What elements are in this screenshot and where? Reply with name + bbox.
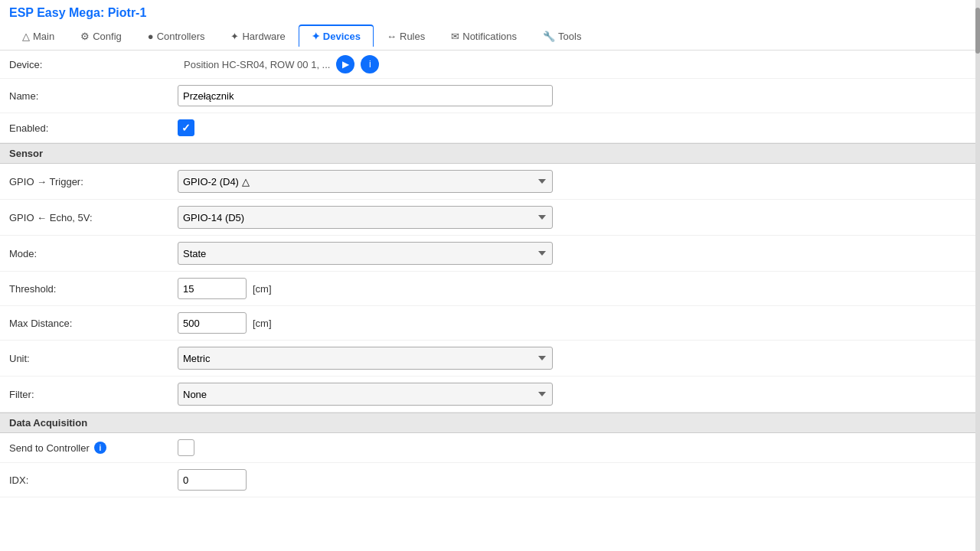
threshold-unit: [cm] [253,283,272,295]
max-distance-label: Max Distance: [9,318,178,329]
device-row: Device: Position HC-SR04, ROW 00 1, ... … [0,51,980,79]
device-label: Device: [9,59,178,70]
mode-row: Mode: State Distance Median [0,236,980,272]
tab-main[interactable]: △ Main [9,25,67,47]
hardware-icon: ✦ [230,31,239,42]
navigation-tabs: △ Main ⚙ Config ● Controllers ✦ Hardware… [9,24,971,47]
gpio-echo-label: GPIO ← Echo, 5V: [9,212,178,223]
tab-controllers[interactable]: ● Controllers [135,25,218,47]
device-partial-text: Position HC-SR04, ROW 00 1, ... [184,59,330,70]
tab-tools[interactable]: 🔧 Tools [530,25,594,47]
main-icon: △ [22,31,30,42]
enabled-label: Enabled: [9,122,178,134]
notifications-icon: ✉ [451,31,459,42]
gpio-echo-row: GPIO ← Echo, 5V: GPIO-14 (D5) GPIO-2 (D4… [0,200,980,236]
threshold-row: Threshold: [cm] [0,272,980,306]
send-controller-row: Send to Controller i [0,433,980,463]
enabled-row: Enabled: [0,113,980,143]
gpio-trigger-select[interactable]: GPIO-2 (D4) △ GPIO-14 (D5) GPIO-0 [178,170,553,193]
unit-label: Unit: [9,353,178,364]
tab-hardware[interactable]: ✦ Hardware [217,25,298,47]
device-button-1[interactable]: ▶ [336,55,354,73]
unit-row: Unit: Metric Imperial [0,341,980,377]
send-controller-label: Send to Controller i [9,442,178,454]
name-row: Name: [0,79,980,113]
idx-row: IDX: [0,463,980,497]
max-distance-unit: [cm] [253,318,272,329]
controllers-icon: ● [148,31,154,42]
mode-label: Mode: [9,248,178,259]
filter-row: Filter: None Median Average [0,377,980,412]
scrollbar[interactable] [975,0,980,497]
rules-icon: ↔ [387,31,397,42]
idx-label: IDX: [9,474,178,486]
device-button-2[interactable]: i [361,55,379,73]
send-controller-checkbox[interactable] [178,439,194,456]
mode-select[interactable]: State Distance Median [178,242,553,265]
tools-icon: 🔧 [543,31,555,42]
enabled-checkbox[interactable] [178,119,194,136]
send-controller-info-icon: i [94,442,106,454]
max-distance-input[interactable] [178,312,247,334]
gpio-trigger-row: GPIO → Trigger: GPIO-2 (D4) △ GPIO-14 (D… [0,164,980,200]
sensor-section-header: Sensor [0,143,980,164]
gpio-trigger-label: GPIO → Trigger: [9,176,178,187]
filter-label: Filter: [9,389,178,400]
tab-config[interactable]: ⚙ Config [67,25,135,47]
name-label: Name: [9,90,178,102]
main-content: Device: Position HC-SR04, ROW 00 1, ... … [0,51,980,497]
data-acquisition-section-header: Data Acquisition [0,412,980,433]
filter-select[interactable]: None Median Average [178,383,553,406]
page-title: ESP Easy Mega: Piotr-1 [9,6,971,20]
config-icon: ⚙ [80,31,90,42]
name-input[interactable] [178,85,553,106]
tab-devices[interactable]: ✦ Devices [299,24,374,47]
tab-notifications[interactable]: ✉ Notifications [438,25,530,47]
devices-icon: ✦ [312,31,320,42]
unit-select[interactable]: Metric Imperial [178,347,553,370]
tab-rules[interactable]: ↔ Rules [374,25,438,47]
max-distance-row: Max Distance: [cm] [0,306,980,341]
gpio-echo-select[interactable]: GPIO-14 (D5) GPIO-2 (D4) GPIO-0 [178,206,553,229]
scrollbar-thumb[interactable] [975,8,980,54]
idx-input[interactable] [178,469,247,491]
threshold-label: Threshold: [9,283,178,295]
threshold-input[interactable] [178,278,247,299]
